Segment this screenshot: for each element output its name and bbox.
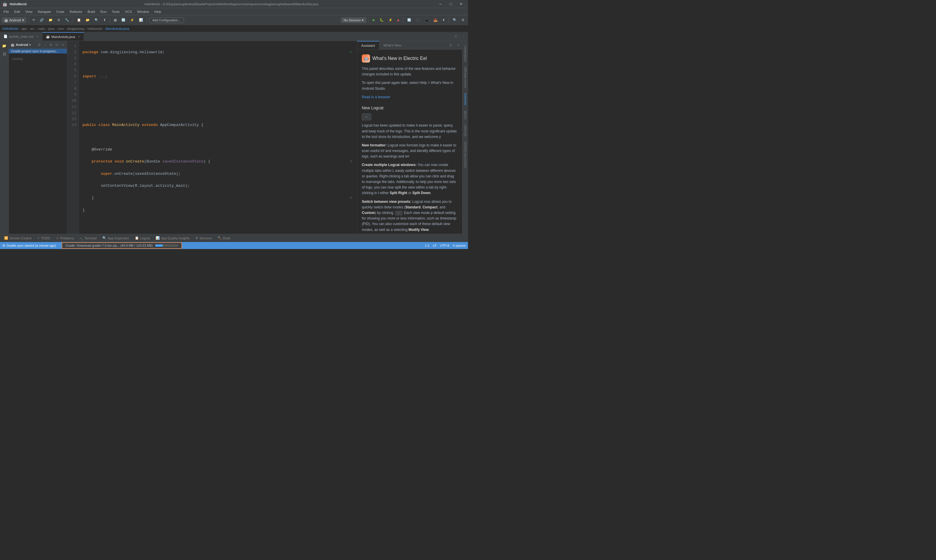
left-sidebar: 📁 🖼 bbox=[0, 41, 9, 234]
sidebar-icon-project[interactable]: 📁 bbox=[1, 42, 8, 50]
menu-navigate[interactable]: Navigate bbox=[35, 9, 53, 14]
breadcrumb-dingjiaxiong[interactable]: dingjiaxiong bbox=[67, 27, 84, 31]
menu-view[interactable]: View bbox=[23, 9, 35, 14]
run-with-coverage-button[interactable]: ⚡ bbox=[387, 17, 394, 23]
minimize-button[interactable]: ─ bbox=[436, 1, 445, 7]
toolbar-misc-4[interactable]: 📤 bbox=[432, 17, 439, 23]
bottom-tab-app-quality[interactable]: 📊 App Quality Insights bbox=[153, 235, 192, 240]
encoding-indicator[interactable]: UTF-8 bbox=[440, 244, 449, 247]
toolbar-misc-2[interactable]: ⬛ bbox=[414, 17, 422, 23]
breadcrumb-sep-7: › bbox=[85, 27, 86, 31]
lf-indicator[interactable]: LF bbox=[433, 244, 437, 247]
bottom-tab-app-inspection[interactable]: 🔍 App Inspection bbox=[100, 235, 131, 240]
panel-close-button[interactable]: ✕ bbox=[60, 42, 65, 47]
add-configuration-button[interactable]: Add Configuration... bbox=[149, 17, 184, 23]
sidebar-icon-resource[interactable]: 🖼 bbox=[1, 50, 8, 58]
code-line-8 bbox=[82, 134, 353, 141]
debug-button[interactable]: 🐛 bbox=[378, 17, 386, 23]
tab-more-button[interactable]: ⋮ bbox=[460, 34, 468, 38]
bottom-tab-todo[interactable]: ✓ TODO bbox=[35, 235, 52, 240]
menu-code[interactable]: Code bbox=[54, 9, 67, 14]
toolbar-misc-3[interactable]: 📱 bbox=[423, 17, 430, 23]
menu-window[interactable]: Window bbox=[135, 9, 151, 14]
panel-icon-expand[interactable]: ⊡ bbox=[54, 42, 59, 47]
vtab-assistant[interactable]: Assistant bbox=[463, 91, 467, 108]
vtab-device-file-explorer[interactable]: Device File Explorer bbox=[463, 139, 467, 170]
toolbar-btn-8[interactable]: ⬇ bbox=[102, 17, 108, 23]
bottom-tab-services[interactable]: ⚙ Services bbox=[193, 235, 214, 240]
right-tab-assistant[interactable]: Assistant bbox=[357, 41, 379, 49]
bottom-tab-terminal[interactable]: >_ Terminal bbox=[77, 236, 99, 240]
right-panel-close[interactable]: ✕ bbox=[455, 41, 462, 49]
breadcrumb-src[interactable]: src bbox=[30, 27, 34, 31]
run-button[interactable]: ▶ bbox=[371, 17, 377, 23]
search-everywhere-button[interactable]: 🔍 bbox=[451, 17, 459, 23]
sync-project-button[interactable]: ⟳ bbox=[31, 17, 37, 23]
toolbar-misc-5[interactable]: ⬆ bbox=[441, 17, 447, 23]
breadcrumb-helloworld2[interactable]: helloworld bbox=[88, 27, 102, 31]
toolbar-misc-1[interactable]: 🔃 bbox=[406, 17, 413, 23]
toolbar-btn-3[interactable]: ⚙ bbox=[56, 17, 62, 23]
stop-button[interactable]: ■ bbox=[395, 17, 401, 23]
bottom-tab-problems[interactable]: ⚠ Problems bbox=[54, 235, 76, 240]
bottom-tab-build[interactable]: 🔨 Build bbox=[215, 235, 232, 240]
breadcrumb-mainactivity[interactable]: MainActivity.java bbox=[105, 27, 129, 31]
menu-refactor[interactable]: Refactor bbox=[67, 9, 85, 14]
code-container[interactable]: 1 2 3 4 5 6 7 8 9 10 11 12 13 14 package… bbox=[67, 41, 357, 234]
vtab-device-manager[interactable]: Device Manager bbox=[463, 64, 467, 90]
menu-file[interactable]: File bbox=[1, 9, 11, 14]
tab-close-java[interactable]: ✕ bbox=[78, 35, 80, 38]
menu-run[interactable]: Run bbox=[98, 9, 109, 14]
breadcrumb-main[interactable]: main bbox=[38, 27, 45, 31]
close-button[interactable]: ✕ bbox=[456, 1, 466, 7]
toolbar-btn-2[interactable]: 📁 bbox=[47, 17, 54, 23]
problems-icon: ⚠ bbox=[56, 236, 59, 240]
device-selector[interactable]: No Devices ▾ bbox=[341, 17, 367, 23]
bottom-tab-logcat[interactable]: 📋 Logcat bbox=[133, 235, 152, 240]
separator-2 bbox=[73, 17, 73, 23]
menu-tools[interactable]: Tools bbox=[109, 9, 122, 14]
panel-icon-scope[interactable]: ☰ bbox=[37, 42, 42, 47]
code-editor[interactable]: package com.dingjiaxiong.helloworld; ✓ i… bbox=[79, 41, 357, 234]
indent-indicator[interactable]: 4 spaces bbox=[453, 244, 466, 247]
breadcrumb-app[interactable]: app bbox=[22, 27, 26, 31]
breadcrumb-helloworld[interactable]: HelloWorld bbox=[2, 27, 18, 31]
menu-help[interactable]: Help bbox=[152, 9, 164, 14]
vtab-gradle[interactable]: Gradle bbox=[463, 108, 467, 122]
panel-icon-gear[interactable]: ⚙ bbox=[48, 42, 54, 47]
vc-label: Version Control bbox=[9, 237, 31, 240]
tab-close-xml[interactable]: ✕ bbox=[36, 35, 39, 38]
toolbar-btn-5[interactable]: 📋 bbox=[75, 17, 83, 23]
breadcrumb-com[interactable]: com bbox=[58, 27, 64, 31]
project-selector[interactable]: 🤖 Android ▾ bbox=[2, 17, 26, 23]
toolbar-btn-10[interactable]: 🔄 bbox=[120, 17, 127, 23]
toolbar-btn-1[interactable]: 🔗 bbox=[38, 17, 46, 23]
right-tab-whats-new[interactable]: What's New bbox=[379, 41, 406, 49]
breadcrumb-java[interactable]: java bbox=[48, 27, 54, 31]
editor-settings-button[interactable]: ⚙ bbox=[452, 34, 460, 38]
tab-mainactivity-java[interactable]: ☕ MainActivity.java ✕ bbox=[42, 32, 84, 41]
tab-activity-main-xml[interactable]: 📄 activity_main.xml ✕ bbox=[0, 32, 42, 41]
assistant-title-block: 🤖 What's New in Electric Eel bbox=[362, 54, 458, 63]
gradle-status-label: Gradle sync started (a minute ago) bbox=[6, 244, 56, 247]
toolbar-btn-12[interactable]: 📊 bbox=[137, 17, 145, 23]
menu-vcs[interactable]: VCS bbox=[123, 9, 134, 14]
terminal-icon: >_ bbox=[80, 237, 83, 240]
toolbar-btn-9[interactable]: ▦ bbox=[112, 17, 119, 23]
toolbar-btn-6[interactable]: 📂 bbox=[84, 17, 91, 23]
settings-button[interactable]: ⚙ bbox=[460, 17, 466, 23]
project-panel-dropdown[interactable]: ▾ bbox=[29, 43, 31, 47]
right-panel-settings[interactable]: ⚙ bbox=[447, 41, 455, 49]
read-in-browser-link[interactable]: Read in a browser bbox=[362, 95, 390, 99]
toolbar-btn-11[interactable]: ⚡ bbox=[128, 17, 136, 23]
restore-button[interactable]: □ bbox=[447, 1, 455, 7]
vtab-emulator[interactable]: Emulator bbox=[463, 122, 467, 138]
vtab-notifications[interactable]: Notifications bbox=[463, 43, 467, 64]
panel-icon-sort[interactable]: ↕ bbox=[42, 42, 48, 47]
line-col-indicator[interactable]: 1:1 bbox=[425, 244, 429, 247]
toolbar-btn-4[interactable]: 🔧 bbox=[63, 17, 71, 23]
bottom-tab-version-control[interactable]: 🔀 Version Control bbox=[2, 235, 34, 240]
menu-edit[interactable]: Edit bbox=[12, 9, 23, 14]
toolbar-btn-7[interactable]: 🔍 bbox=[93, 17, 100, 23]
menu-build[interactable]: Build bbox=[85, 9, 97, 14]
